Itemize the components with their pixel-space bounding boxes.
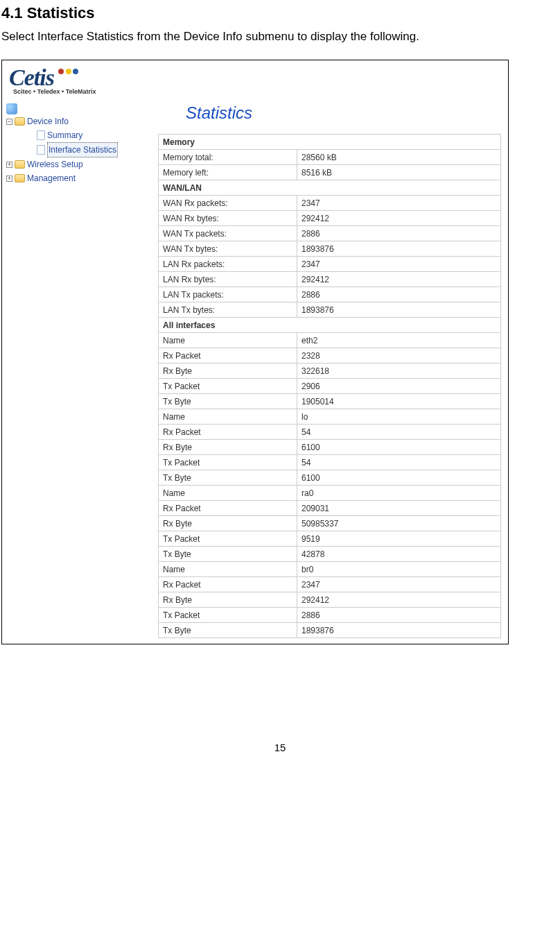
stats-value: 1893876: [297, 241, 501, 257]
stats-label: LAN Tx packets:: [159, 287, 297, 302]
globe-icon: [6, 103, 17, 114]
expander-icon[interactable]: +: [6, 162, 12, 168]
stats-label: Tx Packet: [159, 379, 297, 394]
table-row: Tx Byte42878: [159, 547, 501, 562]
stats-table: MemoryMemory total:28560 kBMemory left:8…: [158, 134, 501, 638]
stats-value: 2347: [297, 577, 501, 592]
table-row: WAN Rx packets:2347: [159, 196, 501, 211]
stats-value: 54: [297, 425, 501, 440]
folder-open-icon: [15, 117, 25, 126]
stats-value: eth2: [297, 333, 501, 348]
tree-item-wireless-setup[interactable]: + Wireless Setup: [6, 157, 155, 171]
table-row: Rx Byte322618: [159, 363, 501, 379]
stats-section-header: WAN/LAN: [159, 180, 501, 196]
stats-value: 322618: [297, 363, 501, 379]
logo-area: Cetis Scitec • Teledex • TeleMatrix: [2, 60, 508, 99]
logo-dot-yellow: [66, 69, 71, 74]
stats-label: WAN Tx bytes:: [159, 241, 297, 257]
tree-label: Management: [27, 171, 76, 185]
document-icon: [37, 130, 45, 140]
tree-item-summary[interactable]: Summary: [6, 128, 155, 142]
logo-dot-blue: [73, 69, 78, 74]
table-row: WAN Rx bytes:292412: [159, 211, 501, 226]
stats-value: 2328: [297, 348, 501, 363]
stats-label: Tx Packet: [159, 608, 297, 623]
stats-value: 1905014: [297, 394, 501, 409]
stats-label: Tx Packet: [159, 455, 297, 470]
tree-label: Device Info: [27, 114, 69, 128]
tree-label: Summary: [47, 128, 82, 142]
table-row: LAN Tx bytes:1893876: [159, 302, 501, 318]
stats-value: 2886: [297, 287, 501, 302]
stats-label: WAN Rx packets:: [159, 196, 297, 211]
table-row: Namebr0: [159, 562, 501, 577]
table-row: Memory left:8516 kB: [159, 165, 501, 180]
table-row: WAN Tx bytes:1893876: [159, 241, 501, 257]
table-row: Rx Packet2347: [159, 577, 501, 592]
document-icon: [37, 145, 45, 155]
table-row: Tx Byte6100: [159, 470, 501, 486]
logo-subtitle: Scitec • Teledex • TeleMatrix: [9, 88, 501, 95]
stats-label: WAN Rx bytes:: [159, 211, 297, 226]
stats-label: Name: [159, 409, 297, 425]
stats-value: 50985337: [297, 516, 501, 531]
stats-label: Tx Byte: [159, 470, 297, 486]
table-row: Tx Packet9519: [159, 531, 501, 547]
expander-icon[interactable]: −: [6, 119, 12, 125]
table-row: LAN Rx bytes:292412: [159, 272, 501, 287]
stats-value: 54: [297, 455, 501, 470]
stats-value: ra0: [297, 486, 501, 501]
table-row: Nameeth2: [159, 333, 501, 348]
stats-value: 2886: [297, 608, 501, 623]
stats-label: Rx Packet: [159, 425, 297, 440]
stats-label: Rx Byte: [159, 516, 297, 531]
logo-dot-red: [58, 69, 64, 74]
page-number: 15: [1, 742, 559, 753]
tree-item-management[interactable]: + Management: [6, 171, 155, 185]
stats-value: 2886: [297, 226, 501, 241]
tree-item-device-info[interactable]: − Device Info: [6, 114, 155, 128]
stats-panel: Statistics MemoryMemory total:28560 kBMe…: [158, 99, 508, 644]
stats-value: 292412: [297, 272, 501, 287]
screenshot-container: Cetis Scitec • Teledex • TeleMatrix − De…: [1, 60, 509, 644]
stats-value: br0: [297, 562, 501, 577]
stats-label: Rx Byte: [159, 363, 297, 379]
folder-closed-icon: [15, 174, 25, 182]
table-row: Tx Packet2906: [159, 379, 501, 394]
table-row: Rx Byte6100: [159, 440, 501, 455]
section-intro: Select Interface Statistics from the Dev…: [1, 28, 559, 46]
stats-label: Tx Byte: [159, 547, 297, 562]
folder-closed-icon: [15, 160, 25, 169]
logo-text: Cetis: [9, 65, 54, 91]
stats-label: Rx Packet: [159, 501, 297, 516]
stats-value: 2906: [297, 379, 501, 394]
stats-value: 292412: [297, 592, 501, 608]
table-row: Rx Packet54: [159, 425, 501, 440]
stats-value: 9519: [297, 531, 501, 547]
table-row: Rx Packet2328: [159, 348, 501, 363]
logo-decorative-dots: [60, 65, 78, 77]
sidebar-tree: − Device Info Summary Interface Statisti…: [2, 99, 158, 189]
stats-label: LAN Rx bytes:: [159, 272, 297, 287]
tree-root-icon: [6, 103, 155, 114]
stats-label: Rx Byte: [159, 440, 297, 455]
stats-section-header: All interfaces: [159, 318, 501, 333]
stats-label: Name: [159, 486, 297, 501]
stats-label: Rx Byte: [159, 592, 297, 608]
stats-label: Memory left:: [159, 165, 297, 180]
table-row: LAN Tx packets:2886: [159, 287, 501, 302]
stats-label: Tx Packet: [159, 531, 297, 547]
stats-value: 8516 kB: [297, 165, 501, 180]
stats-title: Statistics: [186, 103, 508, 123]
table-row: Rx Packet209031: [159, 501, 501, 516]
table-row: Tx Packet2886: [159, 608, 501, 623]
tree-item-interface-statistics[interactable]: Interface Statistics: [6, 142, 155, 157]
stats-value: 6100: [297, 470, 501, 486]
table-row: Tx Byte1905014: [159, 394, 501, 409]
table-row: Namera0: [159, 486, 501, 501]
table-row: Rx Byte50985337: [159, 516, 501, 531]
stats-value: 2347: [297, 257, 501, 272]
expander-icon[interactable]: +: [6, 176, 12, 182]
table-row: Memory total:28560 kB: [159, 150, 501, 165]
stats-label: WAN Tx packets:: [159, 226, 297, 241]
